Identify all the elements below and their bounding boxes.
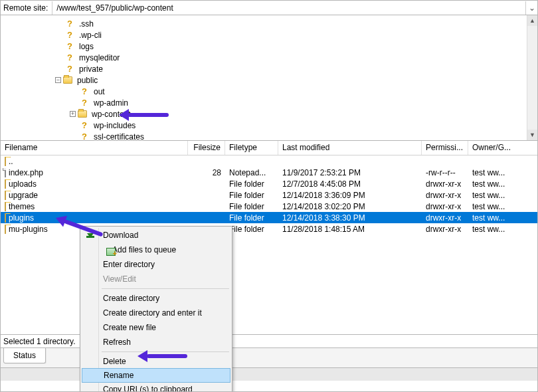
menu-item-create-new-file[interactable]: Create new file [82,320,230,335]
tree-branch-icon [55,43,63,50]
file-rows[interactable]: ..index.php28Notepad...11/9/2017 2:53:21… [1,155,537,235]
file-row-uploads[interactable]: uploadsFile folder12/7/2018 4:45:08 PMdr… [1,178,537,189]
menu-item-download[interactable]: Download [82,228,230,243]
file-list-header[interactable]: Filename Filesize Filetype Last modified… [1,141,537,155]
tree-label: out [92,87,106,96]
remote-tree-pane[interactable]: .ssh.wp-clilogsmysqleditorprivate−public… [1,15,537,141]
filename-text: themes [9,202,35,211]
collapse-icon[interactable]: − [55,77,61,83]
menu-item-label: Copy URL(s) to clipboard [103,385,193,392]
cell-filetype: File folder [225,225,278,234]
tree-branch-icon [70,88,78,96]
tree-label: public [76,76,99,85]
expand-icon[interactable]: + [70,111,76,117]
menu-item-refresh[interactable]: Refresh [82,335,230,349]
menu-item-label: Delete [103,357,126,366]
tree-label: mysqleditor [78,53,121,62]
scroll-up-icon[interactable]: ▲ [527,15,538,26]
filename-text: plugins [9,213,34,223]
tree-branch-icon [70,122,78,130]
scroll-down-icon[interactable]: ▼ [527,130,538,140]
context-menu[interactable]: DownloadAdd files to queueEnter director… [80,226,232,392]
menu-item-add-files-to-queue[interactable]: Add files to queue [82,243,230,257]
unknown-folder-icon [64,31,75,40]
menu-item-view-edit: View/Edit [82,272,230,286]
col-lastmodified[interactable]: Last modified [278,141,422,155]
menu-item-label: View/Edit [103,274,136,284]
add-to-queue-icon [106,248,116,256]
tree-label: private [78,64,104,74]
cell-filename: plugins [1,213,188,223]
tree-item-public[interactable]: −public [1,74,537,86]
menu-item-label: Add files to queue [112,245,176,254]
menu-item-label: Enter directory [103,260,155,269]
filename-text: index.php [9,168,43,177]
parent-dir-row[interactable]: .. [1,155,537,167]
remote-site-dropdown-icon[interactable]: ⌄ [525,1,537,15]
menu-item-label: Rename [104,371,134,380]
tree-label: ssl-certificates [92,132,145,142]
filename-text: uploads [9,179,37,189]
tree-item-logs[interactable]: logs [1,41,537,52]
filename-text: .. [9,157,13,166]
tree-item-ssl-certificates[interactable]: ssl-certificates [1,131,537,141]
cell-owner: test ww... [468,179,519,189]
tree-item-out[interactable]: out [1,86,537,97]
file-row-index-php[interactable]: index.php28Notepad...11/9/2017 2:53:21 P… [1,167,537,178]
menu-item-rename[interactable]: Rename [82,368,230,383]
remote-site-path[interactable]: /www/test_957/public/wp-content [52,1,525,15]
col-owner[interactable]: Owner/G... [468,141,519,155]
tree-label: wp-includes [92,121,137,130]
col-filesize[interactable]: Filesize [188,141,225,155]
cell-filename: uploads [1,179,188,189]
unknown-folder-icon [64,19,75,29]
cell-owner: test ww... [468,191,519,200]
cell-permissions: drwxr-xr-x [422,191,468,200]
tree-item--wp-cli[interactable]: .wp-cli [1,29,537,41]
tree-item--ssh[interactable]: .ssh [1,18,537,29]
menu-item-label: Create directory and enter it [103,308,202,318]
unknown-folder-icon [79,98,90,108]
col-permissions[interactable]: Permissi... [422,141,468,155]
menu-separator [102,351,229,352]
cell-permissions: drwxr-xr-x [422,179,468,189]
tree-scrollbar[interactable]: ▲ ▼ [527,15,537,140]
menu-separator [102,288,229,289]
cell-filetype: File folder [225,179,278,189]
menu-item-create-directory-and-enter-it[interactable]: Create directory and enter it [82,306,230,320]
cell-permissions: drwxr-xr-x [422,213,468,223]
col-filetype[interactable]: Filetype [225,141,278,155]
cell-lastmodified: 12/14/2018 3:38:30 PM [278,213,422,223]
tab-status[interactable]: Status [3,348,46,363]
file-row-upgrade[interactable]: upgradeFile folder12/14/2018 3:36:09 PMd… [1,189,537,201]
tree-item-wp-content[interactable]: +wp-content [1,108,537,120]
cell-filetype: File folder [225,202,278,211]
menu-item-create-directory[interactable]: Create directory [82,291,230,306]
file-row-plugins[interactable]: pluginsFile folder12/14/2018 3:38:30 PMd… [1,212,537,223]
cell-permissions: drwxr-xr-x [422,225,468,234]
folder-icon [62,76,73,85]
menu-item-delete[interactable]: Delete [82,354,230,369]
tree-item-mysqleditor[interactable]: mysqleditor [1,52,537,63]
cell-filename: .. [1,157,188,166]
menu-item-copy-url-s-to-clipboard[interactable]: Copy URL(s) to clipboard [82,382,230,392]
menu-item-label: Refresh [103,338,131,347]
tree-item-wp-includes[interactable]: wp-includes [1,120,537,131]
cell-filename: index.php [1,168,188,177]
cell-lastmodified: 12/7/2018 4:45:08 PM [278,179,422,189]
menu-item-enter-directory[interactable]: Enter directory [82,257,230,272]
cell-filename: themes [1,202,188,211]
menu-item-label: Download [103,231,138,240]
tree-item-private[interactable]: private [1,63,537,74]
remote-site-bar: Remote site: /www/test_957/public/wp-con… [1,1,537,15]
folder-icon [5,202,6,211]
cell-owner: test ww... [468,213,519,223]
unknown-folder-icon [79,121,90,130]
file-row-themes[interactable]: themesFile folder12/14/2018 3:02:20 PMdr… [1,201,537,212]
col-filename[interactable]: Filename [1,141,188,155]
cell-owner: test ww... [468,202,519,211]
tree-item-wp-admin[interactable]: wp-admin [1,97,537,108]
folder-icon [5,179,6,189]
cell-lastmodified: 12/14/2018 3:36:09 PM [278,191,422,200]
unknown-folder-icon [79,132,90,142]
